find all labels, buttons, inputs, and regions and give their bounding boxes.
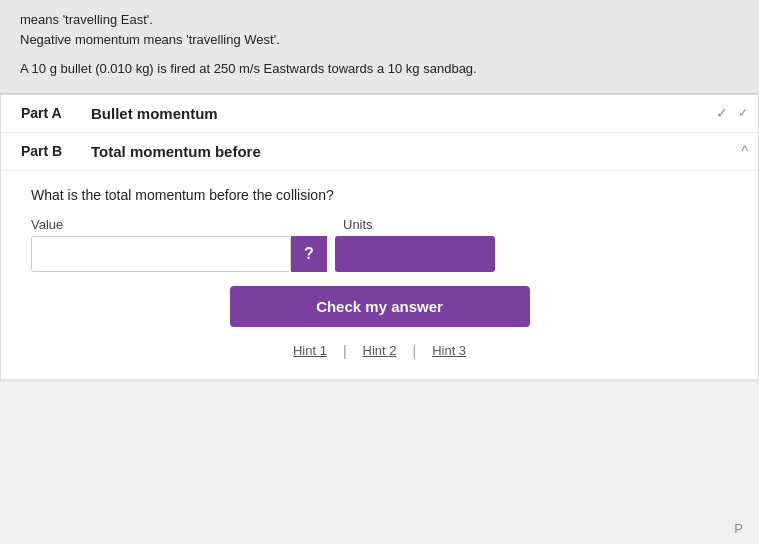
- page-indicator: P: [734, 521, 743, 536]
- part-a-row[interactable]: Part A Bullet momentum ✓ ✓: [1, 95, 758, 133]
- part-b-title: Total momentum before: [91, 143, 261, 160]
- part-a-chevron-icon: ✓: [738, 106, 748, 120]
- parts-section: Part A Bullet momentum ✓ ✓ Part B Total …: [0, 94, 759, 381]
- part-b-row[interactable]: Part B Total momentum before ^: [1, 133, 758, 170]
- part-b-row-wrapper: Part B Total momentum before ^ What is t…: [1, 133, 758, 380]
- page-wrapper: means 'travelling East'. Negative moment…: [0, 0, 759, 544]
- part-a-title: Bullet momentum: [91, 105, 218, 122]
- value-label: Value: [31, 217, 327, 232]
- value-input[interactable]: [31, 236, 291, 272]
- inputs-row: Value ? Units: [31, 217, 728, 272]
- units-dropdown[interactable]: [335, 236, 495, 272]
- top-section: means 'travelling East'. Negative moment…: [0, 0, 759, 94]
- part-b-content: What is the total momentum before the co…: [1, 170, 758, 379]
- bullet-problem-text: A 10 g bullet (0.010 kg) is fired at 250…: [20, 59, 739, 79]
- part-b-label: Part B: [21, 143, 91, 159]
- part-a-label: Part A: [21, 105, 91, 121]
- check-answer-button[interactable]: Check my answer: [230, 286, 530, 327]
- travelling-east-text: means 'travelling East'.: [20, 12, 153, 27]
- hints-row: Hint 1 | Hint 2 | Hint 3: [31, 343, 728, 359]
- collapse-icon[interactable]: ^: [741, 143, 748, 159]
- check-icon: ✓: [716, 105, 728, 121]
- units-column: Units: [335, 217, 495, 272]
- question-text: What is the total momentum before the co…: [31, 187, 728, 203]
- hint2-link[interactable]: Hint 2: [347, 343, 413, 358]
- negative-momentum-text: Negative momentum means 'travelling West…: [20, 30, 739, 50]
- top-text: means 'travelling East'.: [20, 10, 739, 30]
- question-mark-button[interactable]: ?: [291, 236, 327, 272]
- units-label: Units: [343, 217, 495, 232]
- hint3-link[interactable]: Hint 3: [416, 343, 482, 358]
- hint1-link[interactable]: Hint 1: [277, 343, 343, 358]
- value-input-group: ?: [31, 236, 327, 272]
- value-column: Value ?: [31, 217, 327, 272]
